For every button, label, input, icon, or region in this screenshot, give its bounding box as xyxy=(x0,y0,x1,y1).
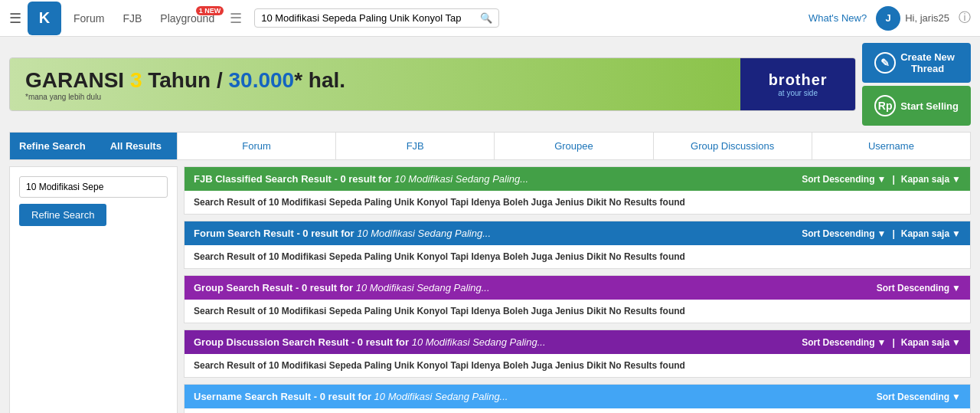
refine-search-tab[interactable]: Refine Search xyxy=(10,133,95,159)
search-container: Refine Search All Results Forum FJB Grou… xyxy=(0,132,980,160)
sell-icon: Rp xyxy=(874,95,896,116)
username-section-header: Username Search Result - 0 result for 10… xyxy=(185,385,970,408)
brother-logo: brother xyxy=(769,71,828,89)
action-buttons: ✎ Create New Thread Rp Start Selling xyxy=(862,43,971,126)
nav-forum[interactable]: Forum xyxy=(70,12,107,25)
username-result-section: Username Search Result - 0 result for 10… xyxy=(184,384,971,413)
search-icon[interactable]: 🔍 xyxy=(480,12,492,24)
tab-forum[interactable]: Forum xyxy=(177,133,335,159)
create-thread-button[interactable]: ✎ Create New Thread xyxy=(862,43,971,83)
forum-sort-divider: | xyxy=(892,228,894,239)
groupdisc-sort-divider: | xyxy=(892,337,894,348)
fjb-filter-dropdown[interactable]: Kapan saja ▼ xyxy=(901,174,961,185)
tab-groupee[interactable]: Groupee xyxy=(494,133,652,159)
groupdisc-sort-dropdown[interactable]: Sort Descending ▼ xyxy=(802,337,886,348)
brother-tagline: at your side xyxy=(778,89,818,97)
hamburger-icon[interactable]: ☰ xyxy=(9,10,21,27)
sidebar: Refine Search xyxy=(9,166,178,413)
help-icon[interactable]: ⓘ xyxy=(959,10,971,26)
forum-result-section: Forum Search Result - 0 result for 10 Mo… xyxy=(184,221,971,269)
user-avatar-wrap[interactable]: J Hi, jaris25 xyxy=(876,6,949,31)
ad-left: GARANSI 3 Tahun / 30.000* hal. *mana yan… xyxy=(10,58,740,110)
search-input[interactable] xyxy=(261,12,480,24)
group-section-title: Group Search Result - 0 result for 10 Mo… xyxy=(194,282,490,293)
fjb-section-body: Search Result of 10 Modifikasi Sepeda Pa… xyxy=(185,191,970,214)
ad-banner: GARANSI 3 Tahun / 30.000* hal. *mana yan… xyxy=(9,57,856,111)
ad-number: 3 xyxy=(130,68,142,92)
fjb-section-header: FJB Classified Search Result - 0 result … xyxy=(185,167,970,191)
main-header: ☰ K Forum FJB Playground 1 NEW ☰ 🔍 What'… xyxy=(0,0,980,37)
group-result-section: Group Search Result - 0 result for 10 Mo… xyxy=(184,275,971,323)
whats-new-link[interactable]: What's New? xyxy=(808,12,867,24)
ad-subtitle: *mana yang lebih dulu xyxy=(25,93,725,101)
username-sort-dropdown[interactable]: Sort Descending ▼ xyxy=(877,392,961,402)
search-wrap: 🔍 xyxy=(254,8,499,28)
fjb-sort-controls: Sort Descending ▼ | Kapan saja ▼ xyxy=(802,174,961,185)
sidebar-refine-button[interactable]: Refine Search xyxy=(19,204,106,226)
username-section-body: Search Result of 10 Modifikasi Sepeda Pa… xyxy=(185,408,970,413)
avatar: J xyxy=(876,6,900,31)
nav-links: Forum FJB Playground 1 NEW xyxy=(70,12,217,25)
playground-badge: 1 NEW xyxy=(196,6,224,15)
forum-section-body: Search Result of 10 Modifikasi Sepeda Pa… xyxy=(185,245,970,268)
site-logo[interactable]: K xyxy=(28,2,61,35)
groupdisc-section-header: Group Discussion Search Result - 0 resul… xyxy=(185,330,970,354)
fjb-section-title: FJB Classified Search Result - 0 result … xyxy=(194,173,528,185)
username-sort-controls: Sort Descending ▼ xyxy=(877,392,961,402)
fjb-result-section: FJB Classified Search Result - 0 result … xyxy=(184,166,971,215)
group-section-body: Search Result of 10 Modifikasi Sepeda Pa… xyxy=(185,300,970,323)
group-sort-dropdown[interactable]: Sort Descending ▼ xyxy=(877,283,961,293)
group-discussion-result-section: Group Discussion Search Result - 0 resul… xyxy=(184,329,971,378)
tab-group-discussions[interactable]: Group Discussions xyxy=(653,133,812,159)
tab-bar: Refine Search All Results Forum FJB Grou… xyxy=(9,132,971,160)
forum-sort-dropdown[interactable]: Sort Descending ▼ xyxy=(802,228,886,239)
tab-all-results[interactable]: All Results xyxy=(95,133,177,159)
more-icon[interactable]: ☰ xyxy=(230,10,242,27)
fjb-sort-dropdown[interactable]: Sort Descending ▼ xyxy=(802,174,886,185)
forum-filter-dropdown[interactable]: Kapan saja ▼ xyxy=(901,228,961,239)
nav-playground-wrap: Playground 1 NEW xyxy=(157,12,217,25)
group-section-header: Group Search Result - 0 result for 10 Mo… xyxy=(185,276,970,300)
create-icon: ✎ xyxy=(874,52,896,74)
header-right: What's New? J Hi, jaris25 ⓘ xyxy=(808,6,971,31)
main-layout: Refine Search FJB Classified Search Resu… xyxy=(0,166,980,413)
forum-section-title: Forum Search Result - 0 result for 10 Mo… xyxy=(194,228,491,239)
group-sort-controls: Sort Descending ▼ xyxy=(877,283,961,293)
tab-fjb[interactable]: FJB xyxy=(335,133,494,159)
forum-section-header: Forum Search Result - 0 result for 10 Mo… xyxy=(185,221,970,245)
top-section: GARANSI 3 Tahun / 30.000* hal. *mana yan… xyxy=(9,43,971,126)
sidebar-search-input[interactable] xyxy=(19,176,168,198)
forum-sort-controls: Sort Descending ▼ | Kapan saja ▼ xyxy=(802,228,961,239)
ad-right: brother at your side xyxy=(740,58,855,110)
fjb-sort-divider: | xyxy=(892,174,894,185)
ad-blue-text: 30.000 xyxy=(229,68,295,92)
start-selling-label: Start Selling xyxy=(900,100,959,112)
groupdisc-section-body: Search Result of 10 Modifikasi Sepeda Pa… xyxy=(185,354,970,377)
ad-main-text: GARANSI 3 Tahun / 30.000* hal. xyxy=(25,67,725,93)
start-selling-button[interactable]: Rp Start Selling xyxy=(862,86,971,126)
create-thread-label: Create New Thread xyxy=(900,51,955,74)
username-section-title: Username Search Result - 0 result for 10… xyxy=(194,391,508,402)
results-area: FJB Classified Search Result - 0 result … xyxy=(184,166,971,413)
username-label: Hi, jaris25 xyxy=(905,12,949,24)
groupdisc-sort-controls: Sort Descending ▼ | Kapan saja ▼ xyxy=(802,337,961,348)
groupdisc-filter-dropdown[interactable]: Kapan saja ▼ xyxy=(901,337,961,348)
nav-fjb[interactable]: FJB xyxy=(119,12,145,25)
tab-username[interactable]: Username xyxy=(812,133,970,159)
groupdisc-section-title: Group Discussion Search Result - 0 resul… xyxy=(194,336,546,348)
